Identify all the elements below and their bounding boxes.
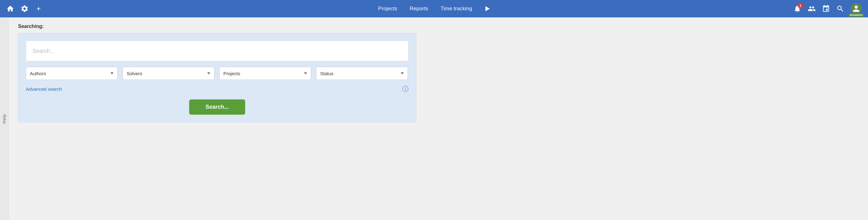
search-button[interactable]: Search...	[189, 100, 245, 115]
avatar-wrapper[interactable]: BUSINESS	[850, 3, 862, 14]
search-input-container	[26, 41, 408, 61]
dropdowns-row: Authors Solvers Projects Status	[26, 67, 408, 80]
help-sidebar[interactable]: Help	[0, 17, 9, 220]
plus-icon[interactable]: +	[35, 5, 42, 12]
nav-projects[interactable]: Projects	[378, 6, 397, 12]
navbar-right: 1 BUSINESS	[793, 3, 862, 14]
solvers-dropdown[interactable]: Solvers	[123, 67, 214, 80]
nav-reports[interactable]: Reports	[410, 6, 428, 12]
navbar-center: Projects Reports Time tracking	[378, 6, 490, 12]
notification-wrapper[interactable]: 1	[793, 5, 801, 13]
search-input[interactable]	[26, 41, 408, 61]
calendar-icon[interactable]	[822, 5, 830, 13]
nav-time-tracking[interactable]: Time tracking	[440, 6, 472, 12]
advanced-search-link[interactable]: Advanced search	[26, 86, 62, 91]
help-label: Help	[2, 114, 6, 124]
bottom-row: Advanced search ⓘ	[26, 85, 408, 93]
projects-dropdown[interactable]: Projects	[219, 67, 311, 80]
content-area: Searching: Authors Solvers Projects Stat…	[9, 17, 868, 220]
search-icon[interactable]	[836, 5, 844, 13]
navbar-left: +	[6, 5, 42, 13]
search-panel: Authors Solvers Projects Status Advanced…	[18, 33, 416, 122]
top-navbar: + Projects Reports Time tracking 1	[0, 0, 868, 17]
home-icon[interactable]	[6, 5, 14, 13]
info-icon[interactable]: ⓘ	[402, 85, 408, 93]
gear-icon[interactable]	[21, 5, 29, 13]
users-icon[interactable]	[808, 5, 816, 13]
notification-badge: 1	[798, 3, 803, 8]
searching-label: Searching:	[18, 24, 859, 29]
search-button-container: Search...	[26, 100, 408, 115]
play-icon[interactable]	[485, 6, 490, 11]
business-badge: BUSINESS	[849, 13, 864, 17]
main-content: Help Searching: Authors Solvers Projects	[0, 17, 868, 220]
status-dropdown[interactable]: Status	[316, 67, 408, 80]
avatar[interactable]	[850, 3, 862, 14]
authors-dropdown[interactable]: Authors	[26, 67, 118, 80]
